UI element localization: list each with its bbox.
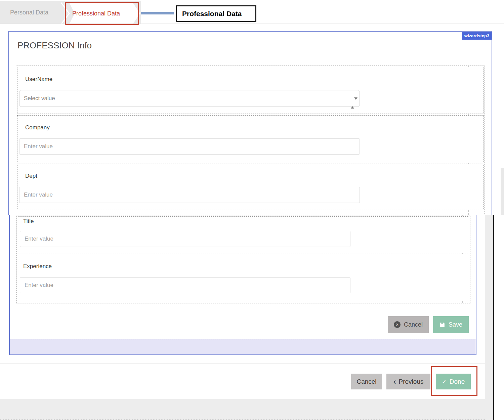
panel-title: PROFESSION Info (17, 40, 92, 51)
annotation-connector-line (141, 12, 174, 14)
previous-chevron-icon: ‹ (393, 378, 396, 385)
username-select-placeholder: Select value (24, 95, 55, 101)
panel-cancel-button[interactable]: ✕ Cancel (388, 316, 429, 333)
panel-save-button[interactable]: Save (433, 316, 469, 333)
save-floppy-icon (439, 322, 445, 328)
tab-personal-data[interactable]: Personal Data (10, 1, 60, 24)
field-row-experience: Experience (18, 255, 469, 301)
username-select[interactable]: Select value (19, 90, 360, 107)
fields-container-top: UserName Select value Company Dept (16, 66, 485, 215)
field-label: Experience (23, 263, 52, 270)
field-label: Dept (25, 173, 37, 179)
panel-footer-strip (10, 339, 476, 354)
dept-input[interactable] (19, 187, 360, 203)
screenshot-edge-line (493, 215, 494, 420)
field-row-dept: Dept (17, 164, 484, 210)
title-input[interactable] (20, 231, 350, 247)
field-row-username: UserName Select value (17, 67, 484, 114)
annotation-rect-done-button (431, 366, 477, 396)
wizardstep-badge: wizardstep3 (462, 32, 492, 40)
select-arrows-icon (351, 95, 355, 102)
wizard-previous-label: Previous (399, 378, 424, 385)
right-gutter (485, 215, 493, 420)
wizard-cancel-label: Cancel (356, 378, 376, 385)
cancel-x-icon: ✕ (394, 321, 401, 328)
panel-save-label: Save (449, 321, 462, 328)
wizard-previous-button[interactable]: ‹ Previous (386, 374, 430, 389)
wizard-page: Personal Data Professional Data Professi… (0, 0, 504, 420)
fields-container-bottom: Title Experience (16, 215, 470, 303)
scrollbar-thumb[interactable] (501, 168, 504, 215)
field-row-title: Title (18, 216, 469, 253)
annotation-callout-box: Professional Data (176, 5, 256, 22)
field-label: Company (25, 124, 50, 131)
form-panel-top: wizardstep3 PROFESSION Info UserName Sel… (8, 31, 492, 215)
experience-input[interactable] (20, 277, 350, 293)
wizard-footer-divider (0, 363, 486, 364)
panel-cancel-label: Cancel (404, 321, 423, 328)
field-row-company: Company (17, 115, 484, 162)
wizard-cancel-button[interactable]: Cancel (351, 374, 382, 389)
company-input[interactable] (19, 138, 360, 155)
field-label: Title (23, 218, 34, 225)
page-footer-area (0, 399, 494, 420)
field-label: UserName (25, 76, 52, 83)
annotation-rect-active-tab (65, 2, 139, 25)
form-panel-bottom: Title Experience ✕ Cancel Save (9, 215, 476, 355)
